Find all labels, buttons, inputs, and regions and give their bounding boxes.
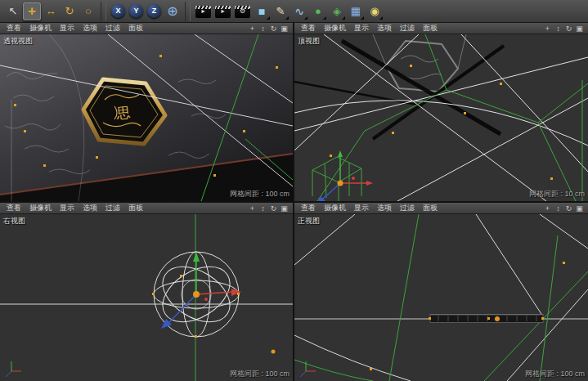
viewport-menu-options[interactable]: 选项 (79, 203, 101, 213)
viewport-menu-view[interactable]: 查看 (297, 23, 320, 34)
viewport-menu-panel[interactable]: 面板 (124, 203, 147, 213)
toggle-view-icon[interactable]: ▣ (575, 204, 584, 213)
front-wireframe (294, 214, 588, 381)
y-axis-lock-button[interactable]: Y (129, 4, 143, 18)
rotate-view-icon[interactable]: ↻ (269, 204, 278, 213)
viewport-menu-view[interactable]: 查看 (2, 203, 25, 213)
viewport-grid: 查看 摄像机 显示 选项 过滤 面板 +↕↻▣ (0, 23, 588, 381)
viewport-menu-bar: 查看 摄像机 显示 选项 过滤 面板 +↕↻▣ (0, 23, 293, 34)
viewport-menu-camera[interactable]: 摄像机 (320, 23, 350, 34)
zoom-view-icon[interactable]: ↕ (554, 25, 563, 33)
viewport-front: 查看 摄像机 显示 选项 过滤 面板 +↕↻▣ (294, 203, 588, 381)
viewport-menu-panel[interactable]: 面板 (419, 23, 442, 34)
right-canvas[interactable]: 右视图 网格间距 : 100 cm (0, 214, 293, 381)
perspective-render: 思 (0, 34, 293, 201)
viewport-nav-icons: +↕↻▣ (543, 204, 586, 213)
rotate-view-icon[interactable]: ↻ (564, 25, 573, 33)
coordinate-system-button[interactable]: ⊕ (164, 2, 182, 20)
rotate-view-icon[interactable]: ↻ (269, 25, 278, 33)
viewport-menu-filter[interactable]: 过滤 (101, 23, 124, 34)
rotate-view-icon[interactable]: ↻ (564, 204, 573, 213)
viewport-menu-camera[interactable]: 摄像机 (320, 203, 350, 213)
toggle-view-icon[interactable]: ▣ (575, 25, 584, 33)
toggle-view-icon[interactable]: ▣ (280, 204, 289, 213)
viewport-menu-camera[interactable]: 摄像机 (25, 23, 56, 34)
pen-tool-button[interactable]: ✎ (272, 2, 290, 20)
grid-array-button[interactable]: ▦ (347, 2, 365, 20)
viewport-menu-display[interactable]: 显示 (56, 23, 79, 34)
pan-view-icon[interactable]: + (543, 204, 552, 213)
move-tool-icon[interactable]: + (23, 2, 41, 20)
viewport-menu-bar: 查看 摄像机 显示 选项 过滤 面板 +↕↻▣ (294, 203, 588, 214)
pan-view-icon[interactable]: + (248, 25, 257, 33)
viewport-menu-view[interactable]: 查看 (2, 23, 25, 34)
viewport-menu-display[interactable]: 显示 (350, 203, 373, 213)
viewport-perspective: 查看 摄像机 显示 选项 过滤 面板 +↕↻▣ (0, 23, 293, 201)
toggle-view-icon[interactable]: ▣ (280, 25, 289, 33)
viewport-top: 查看 摄像机 显示 选项 过滤 面板 +↕↻▣ (294, 23, 588, 201)
viewport-menu-panel[interactable]: 面板 (419, 203, 442, 213)
viewport-menu-display[interactable]: 显示 (350, 23, 373, 34)
rotate-tool-icon[interactable]: ↻ (61, 2, 79, 20)
viewport-menu-options[interactable]: 选项 (79, 23, 101, 34)
select-tool-icon[interactable]: ↖ (4, 2, 22, 20)
top-wireframe (294, 34, 588, 201)
render-settings-button[interactable]: ⚙ (235, 6, 250, 18)
viewport-menu-bar: 查看 摄像机 显示 选项 过滤 面板 +↕↻▣ (294, 23, 588, 34)
viewport-menu-options[interactable]: 选项 (373, 23, 396, 34)
pan-view-icon[interactable]: + (543, 25, 552, 33)
svg-text:思: 思 (116, 105, 132, 122)
light-object-button[interactable]: ◉ (366, 2, 384, 20)
viewport-right: 查看 摄像机 显示 选项 过滤 面板 +↕↻▣ (0, 203, 293, 381)
viewport-menu-display[interactable]: 显示 (56, 203, 79, 213)
spline-tool-button[interactable]: ∿ (290, 2, 308, 20)
zoom-view-icon[interactable]: ↕ (258, 25, 267, 33)
toolbar-separator (101, 2, 106, 21)
z-axis-lock-button[interactable]: Z (147, 4, 161, 18)
viewport-menu-options[interactable]: 选项 (373, 203, 396, 213)
viewport-nav-icons: +↕↻▣ (248, 25, 290, 33)
viewport-nav-icons: +↕↻▣ (248, 204, 290, 213)
viewport-menu-bar: 查看 摄像机 显示 选项 过滤 面板 +↕↻▣ (0, 203, 293, 214)
viewport-menu-filter[interactable]: 过滤 (396, 23, 419, 34)
pan-view-icon[interactable]: + (248, 204, 257, 213)
scale-tool-icon[interactable]: ↔ (42, 2, 60, 20)
array-generator-button[interactable]: ◈ (328, 2, 346, 20)
right-wireframe (0, 214, 293, 381)
render-region-button[interactable]: ▸ (215, 6, 231, 18)
viewport-menu-panel[interactable]: 面板 (124, 23, 147, 34)
last-used-tool-icon[interactable]: ○ (79, 2, 97, 20)
viewport-menu-camera[interactable]: 摄像机 (25, 203, 56, 213)
toolbar-separator (185, 2, 191, 21)
subdivision-surface-button[interactable]: ● (309, 2, 327, 20)
perspective-canvas[interactable]: 思 透视视图 网格间距 : 100 cm (0, 34, 293, 201)
top-canvas[interactable]: 顶视图 网格间距 : 10 cm (294, 34, 588, 201)
render-view-button[interactable]: ▸ (195, 6, 211, 18)
zoom-view-icon[interactable]: ↕ (554, 204, 563, 213)
viewport-menu-filter[interactable]: 过滤 (101, 203, 124, 213)
x-axis-lock-button[interactable]: X (111, 4, 125, 18)
add-cube-button[interactable]: ■ (253, 2, 271, 20)
viewport-menu-filter[interactable]: 过滤 (396, 203, 419, 213)
viewport-menu-view[interactable]: 查看 (297, 203, 320, 213)
main-toolbar: ↖+↔↻○XYZ⊕▸▸⚙■✎∿●◈▦◉ (0, 0, 588, 23)
front-canvas[interactable]: 正视图 网格间距 : 100 cm (294, 214, 588, 381)
zoom-view-icon[interactable]: ↕ (258, 204, 267, 213)
viewport-nav-icons: +↕↻▣ (543, 25, 586, 33)
